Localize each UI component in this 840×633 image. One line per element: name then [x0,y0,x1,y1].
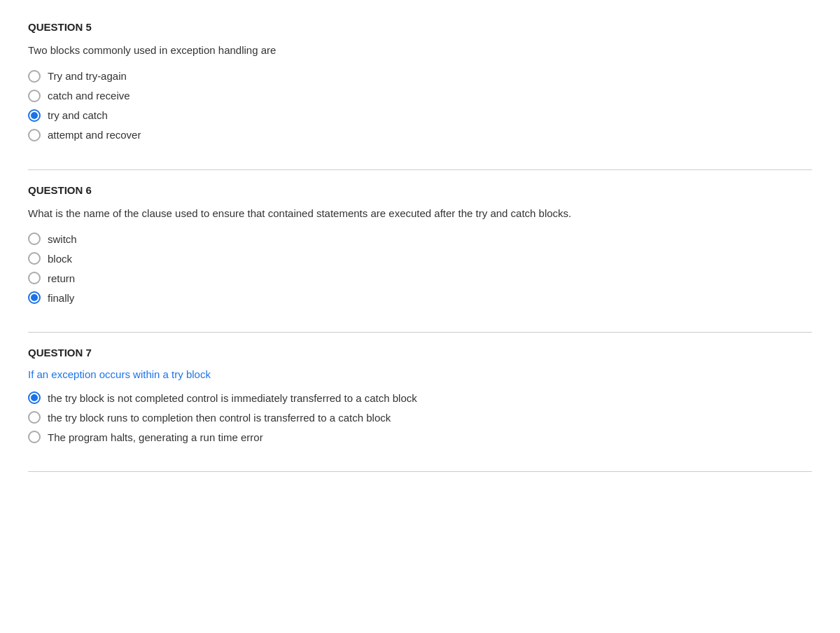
option-label: catch and receive [48,90,130,102]
question-5-text: Two blocks commonly used in exception ha… [28,43,812,59]
list-item[interactable]: the try block runs to completion then co… [28,411,812,424]
option-label: finally [48,292,74,304]
list-item[interactable]: Try and try-again [28,70,812,83]
question-6-options: switch block return finally [28,232,812,304]
radio-q7-opt1[interactable] [28,391,41,404]
radio-q6-opt1[interactable] [28,232,41,245]
radio-q5-opt4[interactable] [28,129,41,141]
option-label: The program halts, generating a run time… [48,431,263,443]
list-item[interactable]: catch and receive [28,90,812,102]
radio-q7-opt3[interactable] [28,431,41,443]
question-6-title: QUESTION 6 [28,184,812,196]
list-item[interactable]: block [28,252,812,265]
question-6-text: What is the name of the clause used to e… [28,206,812,222]
list-item[interactable]: switch [28,232,812,245]
option-label: attempt and recover [48,129,141,141]
question-5-options: Try and try-again catch and receive try … [28,70,812,141]
radio-q6-opt3[interactable] [28,272,41,284]
question-7-title: QUESTION 7 [28,347,812,359]
list-item[interactable]: attempt and recover [28,129,812,141]
option-label: try and catch [48,109,108,121]
list-item[interactable]: the try block is not completed control i… [28,391,812,404]
question-5-block: QUESTION 5 Two blocks commonly used in e… [28,7,812,170]
radio-q5-opt2[interactable] [28,90,41,102]
radio-q6-opt2[interactable] [28,252,41,265]
list-item[interactable]: The program halts, generating a run time… [28,431,812,443]
question-7-options: the try block is not completed control i… [28,391,812,443]
question-5-title: QUESTION 5 [28,21,812,33]
question-7-intro: If an exception occurs within a try bloc… [28,368,812,380]
list-item[interactable]: try and catch [28,109,812,122]
option-label: Try and try-again [48,70,127,82]
option-label: the try block is not completed control i… [48,392,417,404]
option-label: switch [48,233,77,245]
question-7-block: QUESTION 7 If an exception occurs within… [28,333,812,472]
option-label: return [48,272,75,284]
list-item[interactable]: return [28,272,812,284]
radio-q6-opt4[interactable] [28,291,41,304]
option-label: block [48,253,72,265]
page-container: QUESTION 5 Two blocks commonly used in e… [0,0,840,500]
question-6-block: QUESTION 6 What is the name of the claus… [28,170,812,333]
list-item[interactable]: finally [28,291,812,304]
radio-q7-opt2[interactable] [28,411,41,424]
radio-q5-opt3[interactable] [28,109,41,122]
radio-q5-opt1[interactable] [28,70,41,83]
option-label: the try block runs to completion then co… [48,412,391,424]
